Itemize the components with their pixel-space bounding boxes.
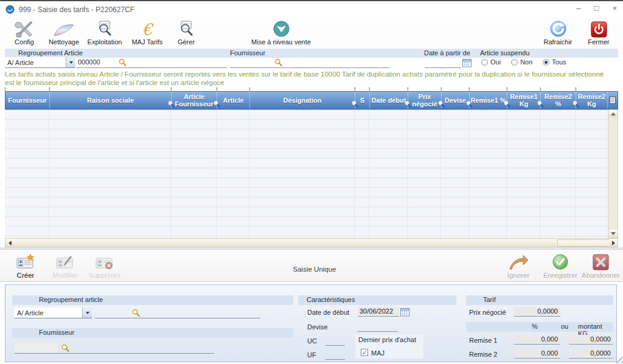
grid-cell[interactable]	[576, 188, 607, 197]
calendar-icon[interactable]	[462, 58, 472, 67]
grid-cell[interactable]	[49, 197, 171, 207]
grid-cell[interactable]	[355, 159, 369, 168]
abandonner-button[interactable]: Abandonner	[582, 253, 619, 279]
grid-cell[interactable]	[249, 207, 355, 216]
grid-cell[interactable]	[576, 149, 607, 158]
grid-cell[interactable]	[507, 110, 540, 119]
column-search-icon[interactable]	[404, 100, 411, 108]
table-row[interactable]	[5, 159, 608, 168]
grid-cell[interactable]	[469, 207, 507, 216]
grid-cell[interactable]	[49, 139, 171, 148]
column-search-icon[interactable]	[437, 100, 445, 108]
grid-cell[interactable]	[576, 129, 607, 139]
radio-dot[interactable]	[481, 59, 488, 66]
grid-cell[interactable]	[5, 129, 49, 139]
grid-cell[interactable]	[408, 159, 441, 168]
grid-cell[interactable]	[369, 168, 408, 177]
grid-cell[interactable]	[5, 227, 49, 236]
grid-cell[interactable]	[469, 129, 507, 139]
grid-cell[interactable]	[408, 188, 441, 197]
grid-cell[interactable]	[469, 197, 507, 207]
grid-cell[interactable]	[355, 168, 369, 177]
grid-cell[interactable]	[49, 120, 171, 129]
grid-cell[interactable]	[441, 168, 469, 177]
horizontal-scrollbar[interactable]	[5, 238, 618, 247]
grid-cell[interactable]	[249, 120, 355, 129]
grid-cell[interactable]	[217, 120, 249, 129]
grid-cell[interactable]	[171, 188, 217, 197]
grid-cell[interactable]	[249, 159, 355, 168]
rafraichir-button[interactable]: Rafraichir	[540, 19, 576, 46]
remise2-percent-field[interactable]: 0,000	[514, 349, 560, 359]
grid-cell[interactable]	[441, 120, 469, 129]
grid-cell[interactable]	[171, 149, 217, 158]
grid-cell[interactable]	[540, 207, 576, 216]
grid-cell[interactable]	[49, 188, 171, 197]
column-header-designation[interactable]: Désignation	[250, 92, 355, 109]
grid-cell[interactable]	[171, 120, 217, 129]
grid-cell[interactable]	[49, 149, 171, 158]
grid-cell[interactable]	[540, 110, 576, 119]
maximize-button[interactable]: □	[594, 4, 599, 13]
grid-cell[interactable]	[171, 168, 217, 177]
table-row[interactable]	[5, 129, 608, 139]
table-row[interactable]	[5, 188, 608, 197]
grid-cell[interactable]	[49, 227, 171, 236]
chevron-down-icon[interactable]	[82, 307, 92, 318]
grid-cell[interactable]	[576, 110, 607, 119]
column-header-date-debut[interactable]: Date début	[370, 92, 408, 109]
grid-cell[interactable]	[369, 129, 408, 139]
column-header-s[interactable]: S	[355, 92, 370, 109]
grid-cell[interactable]	[249, 149, 355, 158]
grid-cell[interactable]	[540, 129, 576, 139]
creer-button[interactable]: Créer	[9, 253, 43, 279]
grid-cell[interactable]	[171, 197, 217, 207]
grid-cell[interactable]	[576, 120, 607, 129]
grid-cell[interactable]	[469, 110, 507, 119]
supprimer-button[interactable]: Supprimer	[85, 253, 124, 279]
grid-cell[interactable]	[171, 227, 217, 236]
grid-cell[interactable]	[540, 120, 576, 129]
grid-cell[interactable]	[540, 149, 576, 158]
column-header-remise1-pct[interactable]: Remise1 %	[470, 92, 507, 109]
radio-dot[interactable]	[511, 59, 518, 66]
column-header-prix-negocie[interactable]: Prix négocié	[408, 92, 442, 109]
grid-cell[interactable]	[249, 110, 355, 119]
column-header-remise2-kg[interactable]: Remise2 Kg	[576, 92, 608, 109]
enregistrer-button[interactable]: Enregistrer	[540, 253, 580, 279]
grid-cell[interactable]	[441, 178, 469, 187]
grid-cell[interactable]	[369, 197, 408, 207]
grid-cell[interactable]	[171, 178, 217, 187]
column-header-remise2-pct[interactable]: Remise2 %	[541, 92, 576, 109]
grid-cell[interactable]	[217, 227, 249, 236]
radio-oui[interactable]: Oui	[481, 58, 501, 66]
grid-cell[interactable]	[507, 159, 540, 168]
form-regroupement-code-input[interactable]	[95, 307, 260, 318]
grid-cell[interactable]	[171, 207, 217, 216]
grid-cell[interactable]	[249, 129, 355, 139]
grid-cell[interactable]	[217, 110, 249, 119]
uc-input[interactable]	[325, 335, 345, 346]
column-search-icon[interactable]	[213, 100, 220, 108]
grid-cell[interactable]	[469, 139, 507, 148]
grid-cell[interactable]	[369, 159, 408, 168]
article-code-input[interactable]: 000000	[77, 57, 227, 68]
grid-cell[interactable]	[49, 217, 171, 226]
grid-cell[interactable]	[5, 178, 49, 187]
grid-cell[interactable]	[441, 227, 469, 236]
grid-cell[interactable]	[249, 139, 355, 148]
grid-cell[interactable]	[49, 207, 171, 216]
radio-non[interactable]: Non	[511, 58, 532, 66]
grid-cell[interactable]	[171, 129, 217, 139]
grid-cell[interactable]	[355, 217, 369, 226]
config-button[interactable]: Config	[7, 19, 41, 46]
uf-input[interactable]	[325, 349, 345, 360]
grid-cell[interactable]	[469, 217, 507, 226]
grid-cell[interactable]	[576, 207, 607, 216]
search-icon[interactable]	[118, 58, 127, 67]
grid-cell[interactable]	[408, 207, 441, 216]
table-row[interactable]	[5, 149, 608, 159]
grid-cell[interactable]	[369, 139, 408, 148]
grid-cell[interactable]	[217, 178, 249, 187]
grid-cell[interactable]	[5, 139, 49, 148]
